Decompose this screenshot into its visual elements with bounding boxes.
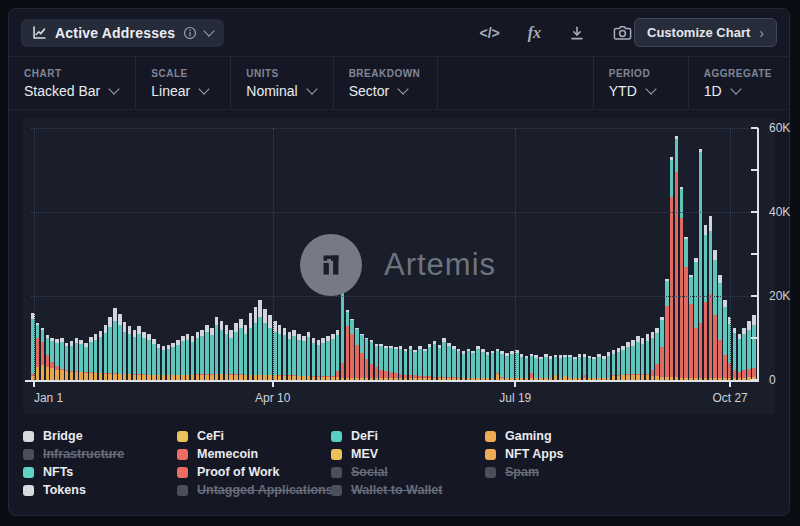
legend-item-infrastructure[interactable]: Infrastructure [23, 447, 177, 461]
bar-123[interactable] [626, 342, 630, 380]
legend-item-social[interactable]: Social [331, 465, 485, 479]
filter-period[interactable]: PERIODYTD [593, 57, 688, 109]
legend-item-mev[interactable]: MEV [331, 447, 485, 461]
bar-23[interactable] [142, 332, 146, 380]
bar-58[interactable] [312, 338, 316, 380]
bar-83[interactable] [433, 341, 437, 380]
bar-20[interactable] [128, 326, 132, 380]
bar-121[interactable] [617, 348, 621, 380]
info-icon[interactable] [183, 26, 197, 40]
bar-9[interactable] [75, 338, 79, 380]
bar-90[interactable] [467, 349, 471, 380]
bar-54[interactable] [292, 330, 296, 380]
legend-item-untagged-applications[interactable]: Untagged Applications [177, 483, 331, 497]
legend-item-memecoin[interactable]: Memecoin [177, 447, 331, 461]
legend-item-nfts[interactable]: NFTs [23, 465, 177, 479]
bar-15[interactable] [104, 325, 108, 380]
bar-119[interactable] [607, 352, 611, 380]
bar-117[interactable] [597, 354, 601, 380]
legend-item-spam[interactable]: Spam [485, 465, 639, 479]
bar-141[interactable] [713, 250, 717, 380]
bar-118[interactable] [602, 356, 606, 380]
bar-5[interactable] [55, 339, 59, 380]
bar-97[interactable] [500, 351, 504, 380]
bar-48[interactable] [263, 309, 267, 380]
bar-110[interactable] [563, 355, 567, 380]
bar-64[interactable] [341, 287, 345, 380]
bar-13[interactable] [94, 334, 98, 380]
bar-95[interactable] [491, 351, 495, 380]
bar-38[interactable] [215, 317, 219, 380]
bar-143[interactable] [723, 300, 727, 380]
bar-103[interactable] [530, 354, 534, 380]
bar-16[interactable] [108, 317, 112, 380]
bar-147[interactable] [742, 328, 746, 380]
customize-chart-button[interactable]: Customize Chart › [634, 18, 777, 47]
bar-24[interactable] [147, 334, 151, 380]
bar-45[interactable] [249, 313, 253, 380]
bar-60[interactable] [321, 338, 325, 380]
bar-88[interactable] [457, 349, 461, 380]
bar-140[interactable] [709, 216, 713, 380]
bar-26[interactable] [157, 344, 161, 381]
bar-84[interactable] [438, 345, 442, 380]
bar-120[interactable] [612, 350, 616, 380]
bar-61[interactable] [326, 336, 330, 380]
bar-53[interactable] [288, 332, 292, 380]
bar-29[interactable] [171, 343, 175, 380]
bar-1[interactable] [36, 323, 40, 380]
bar-35[interactable] [200, 330, 204, 380]
bar-12[interactable] [89, 337, 93, 380]
bar-49[interactable] [268, 315, 272, 380]
bar-69[interactable] [365, 338, 369, 380]
bar-30[interactable] [176, 340, 180, 380]
bar-57[interactable] [307, 332, 311, 380]
legend-item-wallet-to-wallet[interactable]: Wallet to Wallet [331, 483, 485, 497]
filter-units[interactable]: UNITSNominal [231, 57, 333, 109]
bar-139[interactable] [704, 225, 708, 380]
bar-148[interactable] [747, 321, 751, 380]
bar-14[interactable] [99, 331, 103, 380]
bar-21[interactable] [133, 330, 137, 380]
bar-99[interactable] [510, 351, 514, 380]
bar-92[interactable] [476, 346, 480, 380]
bar-67[interactable] [355, 328, 359, 380]
bar-122[interactable] [621, 346, 625, 380]
bar-86[interactable] [447, 343, 451, 380]
bar-127[interactable] [646, 334, 650, 380]
bar-31[interactable] [181, 336, 185, 380]
bar-134[interactable] [680, 187, 684, 380]
bar-34[interactable] [196, 332, 200, 380]
bar-80[interactable] [418, 346, 422, 380]
bar-59[interactable] [317, 340, 321, 380]
bar-32[interactable] [186, 334, 190, 380]
bar-10[interactable] [79, 340, 83, 380]
bar-101[interactable] [520, 354, 524, 380]
function-icon[interactable]: fx [528, 24, 541, 42]
bar-85[interactable] [442, 338, 446, 380]
bar-142[interactable] [718, 275, 722, 380]
bar-116[interactable] [592, 357, 596, 380]
bar-72[interactable] [379, 344, 383, 380]
bar-104[interactable] [534, 355, 538, 380]
bar-27[interactable] [162, 346, 166, 380]
bar-42[interactable] [234, 323, 238, 380]
legend-item-proof-of-work[interactable]: Proof of Work [177, 465, 331, 479]
bar-78[interactable] [409, 346, 413, 380]
bar-129[interactable] [655, 328, 659, 380]
bar-82[interactable] [428, 344, 432, 380]
bar-7[interactable] [65, 343, 69, 380]
bar-96[interactable] [496, 349, 500, 380]
bar-132[interactable] [670, 157, 674, 380]
bar-146[interactable] [738, 334, 742, 380]
bar-8[interactable] [70, 341, 74, 380]
bar-130[interactable] [660, 317, 664, 380]
filter-scale[interactable]: SCALELinear [136, 57, 231, 109]
legend-item-bridge[interactable]: Bridge [23, 429, 177, 443]
bar-62[interactable] [331, 334, 335, 380]
bar-55[interactable] [297, 334, 301, 380]
bar-137[interactable] [694, 258, 698, 380]
bar-145[interactable] [733, 328, 737, 380]
bar-109[interactable] [559, 355, 563, 380]
download-icon[interactable] [569, 25, 585, 41]
